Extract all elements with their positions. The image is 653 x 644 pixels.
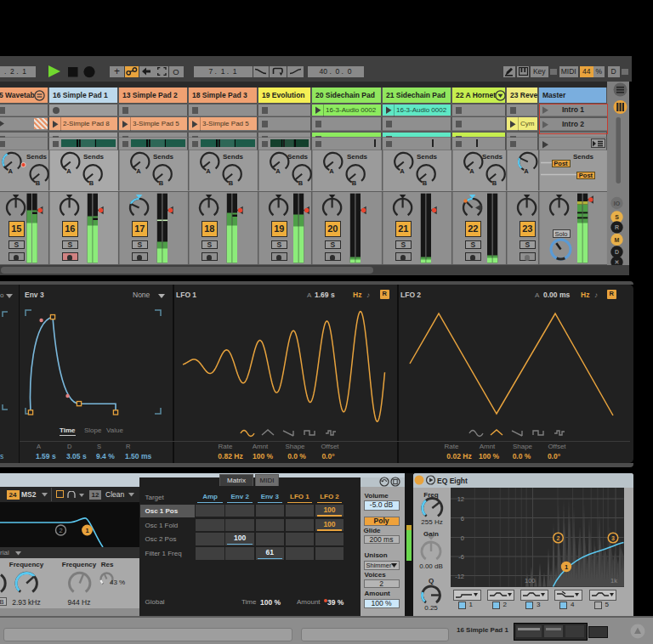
svg-text:2: 2 [59,527,62,534]
svg-text:IO: IO [614,201,621,206]
svg-text:D: D [615,249,619,255]
svg-text:1: 1 [85,527,88,534]
svg-text:3: 3 [611,535,615,541]
svg-text:1: 1 [565,563,568,571]
svg-text:R: R [615,224,619,230]
svg-text:M: M [615,237,620,243]
svg-text:S: S [615,214,619,220]
svg-text:2: 2 [557,535,560,541]
